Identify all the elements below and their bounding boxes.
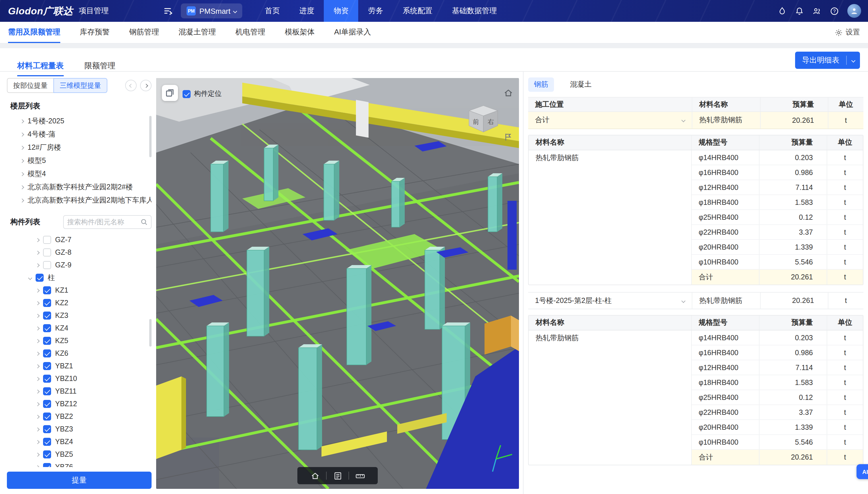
subnav-item[interactable]: 需用及限额管理 (8, 22, 60, 43)
component-item[interactable]: KZ3 (7, 309, 151, 322)
export-button[interactable]: 导出明细表 (795, 52, 860, 69)
group-location-select[interactable]: 1号楼-2025-第2层-柱-柱 (528, 292, 692, 309)
component-list-button[interactable] (327, 467, 349, 484)
component-item[interactable]: 柱 (7, 271, 151, 284)
spec-row[interactable]: φ25HRB4000.12t (692, 210, 863, 225)
fire-icon[interactable] (778, 6, 787, 15)
subnav-item[interactable]: 库存预警 (80, 22, 110, 43)
component-item[interactable]: KZ6 (7, 347, 151, 360)
checkbox-checked[interactable] (43, 324, 51, 332)
subnav-item[interactable]: AI单据录入 (334, 22, 371, 43)
checkbox-checked[interactable] (43, 349, 51, 358)
help-icon[interactable]: ? (830, 6, 839, 15)
top-nav-item[interactable]: 系统配置 (393, 0, 442, 22)
component-item[interactable]: KZ5 (7, 335, 151, 347)
subnav-item[interactable]: 钢筋管理 (129, 22, 159, 43)
component-item[interactable]: KZ4 (7, 322, 151, 335)
component-item[interactable]: KZ2 (7, 297, 151, 309)
spec-row[interactable]: φ18HRB4001.583t (692, 195, 863, 210)
subnav-item[interactable]: 模板架体 (285, 22, 315, 43)
home-view-icon[interactable] (503, 88, 513, 100)
scrollbar-thumb[interactable] (149, 319, 151, 346)
spec-row[interactable]: φ22HRB4003.37t (692, 225, 863, 240)
checkbox-checked[interactable] (43, 299, 51, 307)
floor-item[interactable]: 北京高新数字科技产业园2期地下车库人防 (7, 194, 151, 207)
spec-row[interactable]: φ10HRB4005.546t (692, 255, 863, 270)
component-search[interactable] (63, 215, 151, 229)
spec-row[interactable]: φ14HRB4000.203t (692, 150, 863, 165)
group-row[interactable]: 合计热轧带肋钢筋20.261t (528, 112, 863, 129)
checkbox-checked[interactable] (43, 387, 51, 395)
settings-button[interactable]: 设置 (835, 27, 860, 37)
locate-component-toggle[interactable]: 构件定位 (183, 89, 222, 99)
component-item[interactable]: GZ-9 (7, 259, 151, 271)
subnav-item[interactable]: 机电管理 (235, 22, 265, 43)
floor-item[interactable]: 4号楼-蒲 (7, 128, 151, 141)
component-item[interactable]: GZ-8 (7, 246, 151, 259)
component-item[interactable]: YBZ4 (7, 436, 151, 448)
component-item[interactable]: KZ1 (7, 284, 151, 297)
flag-icon[interactable] (505, 133, 512, 144)
spec-row[interactable]: φ12HRB4007.114t (692, 360, 863, 375)
spec-row[interactable]: φ20HRB4001.339t (692, 240, 863, 255)
floor-item[interactable]: 模型4 (7, 168, 151, 181)
top-nav-item[interactable]: 进度 (290, 0, 324, 22)
checkbox-unchecked[interactable] (43, 236, 51, 244)
cube-front-label[interactable]: 前 (473, 118, 479, 125)
component-item[interactable]: YBZ11 (7, 385, 151, 398)
subnav-item[interactable]: 混凝土管理 (179, 22, 216, 43)
component-item[interactable]: YBZ5 (7, 448, 151, 461)
spec-row[interactable]: φ12HRB4007.114t (692, 180, 863, 195)
component-item[interactable]: YBZ2 (7, 410, 151, 423)
components-panel-icon[interactable] (162, 85, 178, 101)
checkbox-checked[interactable] (43, 400, 51, 408)
checkbox-checked[interactable] (43, 337, 51, 345)
top-nav-item[interactable]: 基础数据管理 (442, 0, 506, 22)
scrollbar-thumb[interactable] (149, 116, 151, 157)
spec-row[interactable]: φ14HRB4000.203t (692, 330, 863, 345)
spec-row[interactable]: φ25HRB4000.12t (692, 390, 863, 405)
group-row[interactable]: 1号楼-2025-第2层-柱-柱热轧带肋钢筋20.261t (528, 292, 863, 309)
navigation-cube[interactable]: 前 右 (463, 97, 504, 136)
checkbox-unchecked[interactable] (43, 248, 51, 256)
floor-item[interactable]: 北京高新数字科技产业园2期2#楼 (7, 181, 151, 194)
material-tab[interactable]: 混凝土 (564, 77, 597, 92)
top-nav-item[interactable]: 物资 (324, 0, 358, 22)
user-avatar[interactable] (847, 4, 861, 18)
floor-item[interactable]: 1号楼-2025 (7, 115, 151, 128)
mode-tab[interactable]: 三维模型提量 (53, 78, 107, 93)
spec-row[interactable]: φ10HRB4005.546t (692, 435, 863, 450)
spec-row[interactable]: φ22HRB4003.37t (692, 405, 863, 420)
spec-row[interactable]: φ20HRB4001.339t (692, 420, 863, 435)
component-item[interactable]: YBZ1 (7, 360, 151, 372)
extract-quantity-button[interactable]: 提量 (7, 472, 151, 489)
top-nav-item[interactable]: 劳务 (358, 0, 393, 22)
top-nav-item[interactable]: 首页 (255, 0, 290, 22)
checkbox-checked[interactable] (43, 413, 51, 421)
mode-tab[interactable]: 按部位提量 (7, 78, 53, 93)
checkbox-unchecked[interactable] (43, 261, 51, 269)
bell-icon[interactable] (795, 6, 804, 15)
spec-row[interactable]: φ16HRB4000.986t (692, 345, 863, 360)
floor-item[interactable]: 模型5 (7, 154, 151, 168)
checkbox-checked[interactable] (43, 425, 51, 433)
component-item[interactable]: YBZ6 (7, 461, 151, 467)
checkbox-checked[interactable] (183, 90, 190, 98)
checkbox-checked[interactable] (36, 274, 44, 282)
group-location-select[interactable]: 合计 (528, 112, 692, 129)
floor-item[interactable]: 12#厂房楼 (7, 141, 151, 154)
checkbox-checked[interactable] (43, 286, 51, 294)
checkbox-checked[interactable] (43, 311, 51, 320)
ai-assistant-button[interactable]: AI (856, 464, 868, 479)
export-dropdown-button[interactable] (847, 59, 860, 62)
component-item[interactable]: GZ-7 (7, 233, 151, 246)
spec-row[interactable]: φ16HRB4000.986t (692, 165, 863, 180)
component-search-input[interactable] (67, 218, 141, 226)
workspace-switcher-icon[interactable] (164, 7, 173, 15)
reset-view-button[interactable] (304, 467, 326, 484)
spec-row[interactable]: φ18HRB4001.583t (692, 375, 863, 390)
checkbox-checked[interactable] (43, 362, 51, 370)
checkbox-checked[interactable] (43, 450, 51, 458)
checkbox-checked[interactable] (43, 463, 51, 467)
next-page-button[interactable] (140, 80, 151, 91)
